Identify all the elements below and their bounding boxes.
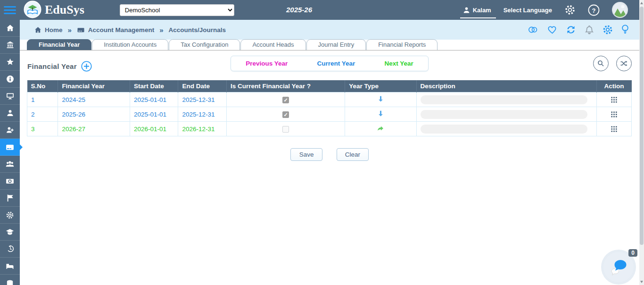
scrollbar-thumb[interactable] xyxy=(640,7,644,245)
breadcrumb-current-page: Accounts/Journals xyxy=(168,26,226,34)
star-icon xyxy=(6,58,14,66)
toggle-icon[interactable] xyxy=(528,25,539,34)
column-header-sno: S.No xyxy=(27,80,58,92)
shuffle-button[interactable] xyxy=(616,56,632,71)
settings-gear-icon[interactable] xyxy=(603,25,613,35)
form-actions: Save Clear xyxy=(20,148,639,161)
hamburger-menu-icon[interactable] xyxy=(4,4,17,16)
tab-tax-configuration[interactable]: Tax Configuration xyxy=(169,39,240,50)
description-input[interactable] xyxy=(421,125,587,134)
tab-account-heads[interactable]: Account Heads xyxy=(240,39,305,50)
refresh-icon[interactable] xyxy=(566,25,576,35)
person-icon xyxy=(6,109,14,117)
sidebar-item-institution[interactable] xyxy=(0,37,20,54)
end-date-field[interactable]: 2025-12-31 xyxy=(182,111,215,118)
start-date-field[interactable]: 2025-01-01 xyxy=(134,111,166,118)
financial-year-link[interactable]: 2026-27 xyxy=(62,126,85,133)
row-actions-button[interactable] xyxy=(611,97,617,103)
academic-year-label: 2025-26 xyxy=(286,6,312,14)
breadcrumb-account-management[interactable]: Account Management xyxy=(77,26,154,34)
lightbulb-icon[interactable] xyxy=(621,25,629,35)
user-menu[interactable]: Kalam xyxy=(463,7,491,14)
add-financial-year-button[interactable] xyxy=(81,61,92,72)
clear-button[interactable]: Clear xyxy=(337,148,369,161)
breadcrumb-separator: » xyxy=(159,26,163,34)
scroll-up-arrow-icon[interactable] xyxy=(640,2,643,4)
table-row: 3 2026-27 2026-01-01 2026-12-31 xyxy=(27,122,632,136)
graduation-cap-icon xyxy=(6,228,14,236)
description-input[interactable] xyxy=(421,110,587,119)
chat-widget[interactable]: 0 xyxy=(603,252,634,282)
breadcrumb-bar: Home » Account Management » Accounts/Jou… xyxy=(20,20,639,40)
column-header-start-date: Start Date xyxy=(130,80,178,92)
breadbar-icons xyxy=(528,25,629,35)
start-date-field[interactable]: 2026-01-01 xyxy=(134,126,166,133)
is-current-checkbox[interactable] xyxy=(282,97,289,103)
year-type-current-icon xyxy=(377,110,384,117)
sidebar-item-info[interactable] xyxy=(0,71,20,88)
tab-financial-reports[interactable]: Financial Reports xyxy=(366,39,438,50)
avatar[interactable] xyxy=(612,2,628,18)
start-date-field[interactable]: 2025-01-01 xyxy=(134,96,166,103)
table-header-row: S.No Financial Year Start Date End Date … xyxy=(27,80,632,92)
sidebar-item-academics[interactable] xyxy=(0,224,20,241)
sno-cell: 3 xyxy=(27,122,58,136)
sidebar-item-star[interactable] xyxy=(0,54,20,71)
history-icon xyxy=(6,245,14,253)
header-settings-gear-icon[interactable] xyxy=(564,4,576,16)
sidebar-item-hostel[interactable] xyxy=(0,258,20,275)
current-year-button[interactable]: Current Year xyxy=(317,60,355,67)
shuffle-icon xyxy=(620,59,628,67)
row-actions-button[interactable] xyxy=(611,126,617,132)
financial-year-link[interactable]: 2024-25 xyxy=(62,96,85,103)
app-logo-icon xyxy=(24,0,41,20)
language-select[interactable]: Select Language xyxy=(504,7,552,14)
end-date-field[interactable]: 2025-12-31 xyxy=(182,96,215,103)
column-header-end-date: End Date xyxy=(178,80,227,92)
row-actions-button[interactable] xyxy=(611,111,617,117)
is-current-checkbox[interactable] xyxy=(282,126,289,133)
tab-financial-year[interactable]: Financial Year xyxy=(27,39,91,50)
app-name: EduSys xyxy=(45,3,84,17)
financial-year-link[interactable]: 2025-26 xyxy=(62,111,85,118)
sidebar-item-accounts[interactable] xyxy=(0,139,20,156)
save-button[interactable]: Save xyxy=(290,148,322,161)
sidebar-item-fees[interactable] xyxy=(0,173,20,190)
search-button[interactable] xyxy=(593,56,609,71)
sidebar-item-transport[interactable] xyxy=(0,275,20,285)
chat-bubble-icon[interactable] xyxy=(609,257,628,277)
help-icon[interactable]: ? xyxy=(588,4,600,16)
table-tools xyxy=(593,56,632,71)
groups-icon xyxy=(6,160,14,168)
sidebar-item-flag[interactable] xyxy=(0,190,20,207)
breadcrumb-home[interactable]: Home xyxy=(34,26,63,34)
sidebar-item-history[interactable] xyxy=(0,241,20,258)
end-date-field[interactable]: 2026-12-31 xyxy=(182,126,215,133)
sidebar-item-groups[interactable] xyxy=(0,156,20,173)
page-scrollbar[interactable] xyxy=(639,0,644,285)
notifications-bell-icon[interactable] xyxy=(585,25,594,35)
tab-institution-accounts[interactable]: Institution Accounts xyxy=(92,39,168,50)
module-tabs: Financial Year Institution Accounts Tax … xyxy=(20,40,639,50)
year-type-next-icon xyxy=(377,125,384,132)
previous-year-button[interactable]: Previous Year xyxy=(246,60,288,67)
sno-cell: 1 xyxy=(27,92,58,107)
sidebar-item-add-user[interactable] xyxy=(0,122,20,139)
svg-text:?: ? xyxy=(592,7,596,14)
section-title: Financial Year xyxy=(27,61,92,72)
tab-journal-entry[interactable]: Journal Entry xyxy=(306,39,366,50)
school-select[interactable]: DemoSchool xyxy=(120,4,234,16)
sidebar-item-home[interactable] xyxy=(0,20,20,37)
is-current-checkbox[interactable] xyxy=(282,111,289,118)
breadcrumb: Home » Account Management » Accounts/Jou… xyxy=(34,26,226,34)
next-year-button[interactable]: Next Year xyxy=(385,60,413,67)
description-input[interactable] xyxy=(421,95,587,104)
sidebar-item-monitor[interactable] xyxy=(0,88,20,105)
column-header-action: Action xyxy=(596,80,631,92)
favorites-heart-icon[interactable] xyxy=(547,25,557,34)
sidebar-item-student[interactable] xyxy=(0,105,20,122)
scroll-down-arrow-icon[interactable] xyxy=(640,281,643,283)
flag-icon xyxy=(6,194,14,202)
sidebar-item-settings[interactable] xyxy=(0,207,20,224)
column-header-financial-year: Financial Year xyxy=(58,80,130,92)
